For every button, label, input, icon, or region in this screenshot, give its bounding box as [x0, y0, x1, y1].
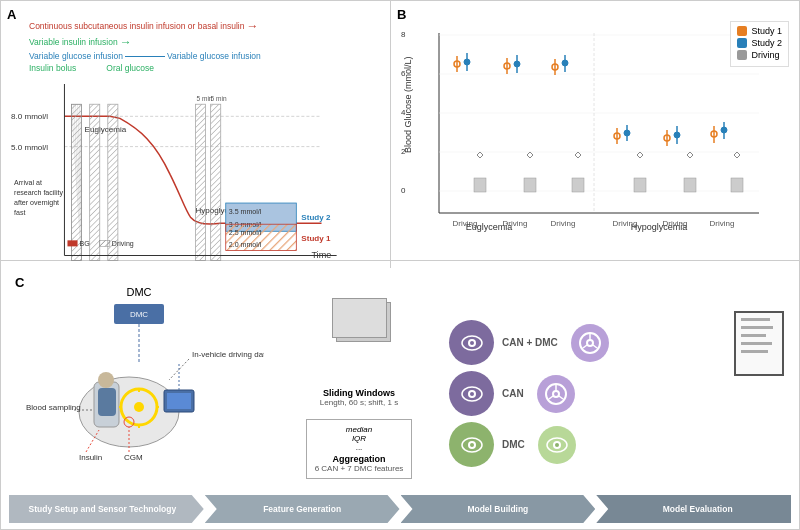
svg-line-127	[593, 345, 597, 348]
check-line-4	[741, 342, 772, 345]
red-arrow-label: Continuous subcutaneous insulin infusion…	[29, 21, 244, 31]
blue-arrows-row: Variable glucose infusion Variable gluco…	[29, 51, 377, 61]
svg-text:In-vehicle driving data (CAN): In-vehicle driving data (CAN)	[192, 350, 264, 359]
svg-rect-38	[100, 240, 110, 246]
svg-point-103	[134, 402, 144, 412]
feature-row-dmc: DMC	[449, 422, 791, 467]
svg-text:Blood Glucose (mmol/L): Blood Glucose (mmol/L)	[403, 56, 413, 153]
main-container: A Continuous subcutaneous insulin infusi…	[0, 0, 800, 530]
legend-study1-color	[737, 26, 747, 36]
svg-text:Driving: Driving	[663, 219, 688, 228]
eye-icon-can-dmc	[460, 335, 484, 351]
svg-rect-109	[167, 393, 191, 409]
blue-gap	[125, 56, 165, 57]
workflow-step-3: Model Building	[401, 495, 596, 523]
svg-point-100	[98, 372, 114, 388]
svg-text:DMC: DMC	[130, 310, 148, 319]
svg-rect-68	[572, 178, 584, 192]
panel-a: A Continuous subcutaneous insulin infusi…	[1, 1, 391, 268]
bolus-oral-row: Insulin bolus Oral glucose	[29, 63, 377, 73]
panel-b-chart-svg: 8 6 4 2 0 Blood Glucose (mmol/L) Euglyce…	[399, 23, 774, 258]
svg-point-124	[587, 340, 593, 346]
aggregation-subtitle: 6 CAN + 7 DMC features	[315, 464, 404, 473]
green1-arrow-line: Variable insulin infusion →	[29, 35, 377, 49]
steering-icon-can-dmc	[578, 331, 602, 355]
red-arrow-icon: →	[246, 19, 258, 33]
feature-label-dmc: DMC	[502, 439, 525, 450]
check-line-5	[741, 350, 768, 353]
svg-text:research facility: research facility	[14, 189, 63, 197]
panel-b-label: B	[397, 7, 406, 22]
svg-marker-94	[734, 152, 740, 158]
svg-rect-16	[72, 104, 82, 260]
svg-line-134	[549, 396, 553, 399]
page-front	[332, 298, 387, 338]
svg-text:Blood sampling: Blood sampling	[26, 403, 81, 412]
panel-c-middle: Sliding Windows Length, 60 s; shift, 1 s…	[274, 286, 444, 491]
svg-line-126	[583, 345, 587, 348]
svg-rect-62	[524, 178, 536, 192]
dmc-label: DMC	[126, 286, 151, 298]
svg-text:BG: BG	[80, 240, 90, 247]
median-label: median	[315, 425, 404, 434]
aggregation-title: Aggregation	[315, 454, 404, 464]
svg-point-130	[470, 392, 474, 396]
panel-a-chart: 8.0 mmol/l 5.0 mmol/l Arrival at researc…	[9, 74, 382, 261]
iqr-label: IQR	[315, 434, 404, 443]
green1-arrow-label: Variable insulin infusion	[29, 37, 118, 47]
svg-text:Driving: Driving	[710, 219, 735, 228]
svg-text:2.5 mmol/l: 2.5 mmol/l	[229, 229, 262, 236]
svg-text:Driving: Driving	[551, 219, 576, 228]
arrows-area: Continuous subcutaneous insulin infusion…	[29, 19, 377, 75]
b-e1-drv	[474, 178, 486, 192]
workflow-step-2-label: Feature Generation	[263, 504, 341, 514]
svg-text:2.0 mmol/l: 2.0 mmol/l	[229, 241, 262, 248]
eye-icon-can	[460, 386, 484, 402]
legend-study1: Study 1	[737, 26, 782, 36]
panel-c-left: DMC DMC	[9, 286, 269, 491]
svg-point-141	[555, 443, 559, 447]
legend-driving-label: Driving	[751, 50, 779, 60]
steering-icon-can	[544, 382, 568, 406]
legend-study2-label: Study 2	[751, 38, 782, 48]
panel-c-content: DMC DMC	[9, 286, 791, 491]
svg-marker-93	[687, 152, 693, 158]
workflow-step-3-label: Model Building	[467, 504, 528, 514]
svg-text:CGM: CGM	[124, 453, 143, 462]
svg-text:3.5 mmol/l: 3.5 mmol/l	[229, 208, 262, 215]
red-arrow-line: Continuous subcutaneous insulin infusion…	[29, 19, 377, 33]
workflow-step-4-label: Model Evaluation	[655, 504, 733, 514]
panel-b: B Study 1 Study 2 Driving	[391, 1, 799, 268]
aggregation-area: median IQR ... Aggregation 6 CAN + 7 DMC…	[306, 419, 413, 479]
feature-label-can-dmc: CAN + DMC	[502, 337, 558, 348]
svg-rect-75	[634, 178, 646, 192]
panel-b-legend: Study 1 Study 2 Driving	[730, 21, 789, 67]
sliding-subtitle: Length, 60 s; shift, 1 s	[320, 398, 398, 407]
steering-circle-can-dmc	[571, 324, 609, 362]
svg-rect-87	[731, 178, 743, 192]
eye-circle-dmc2	[538, 426, 576, 464]
insulin-bolus-label: Insulin bolus	[29, 63, 76, 73]
svg-text:8.0 mmol/l: 8.0 mmol/l	[11, 112, 48, 121]
oral-glucose-label: Oral glucose	[106, 63, 154, 73]
workflow-bar: Study Setup and Sensor Technology Featur…	[9, 495, 791, 523]
svg-rect-81	[684, 178, 696, 192]
check-line-1	[741, 318, 770, 321]
panel-c-right: CAN + DMC	[449, 286, 791, 491]
legend-study2-color	[737, 38, 747, 48]
svg-text:Driving: Driving	[503, 219, 528, 228]
svg-rect-29	[196, 104, 206, 260]
svg-rect-30	[211, 104, 221, 260]
svg-marker-92	[637, 152, 643, 158]
eye-circle-can-dmc	[449, 320, 494, 365]
workflow-step-1: Study Setup and Sensor Technology	[9, 495, 204, 523]
svg-text:5.0 mmol/l: 5.0 mmol/l	[11, 143, 48, 152]
svg-text:Driving: Driving	[453, 219, 478, 228]
sliding-title: Sliding Windows	[320, 388, 398, 398]
dots-label: ...	[315, 443, 404, 452]
sliding-label: Sliding Windows Length, 60 s; shift, 1 s	[320, 388, 398, 407]
svg-point-122	[470, 341, 474, 345]
svg-point-132	[553, 391, 559, 397]
svg-rect-101	[98, 388, 116, 416]
check-line-3	[741, 334, 766, 337]
